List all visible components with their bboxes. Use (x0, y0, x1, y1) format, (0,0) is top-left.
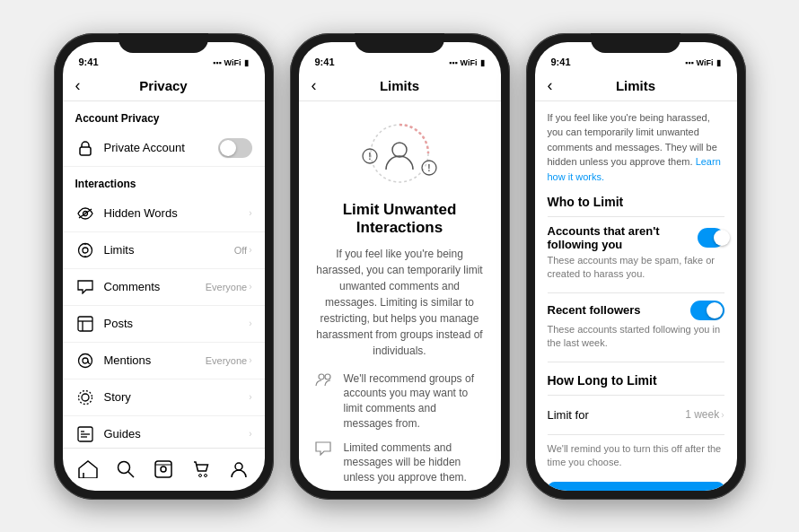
svg-point-36 (325, 374, 330, 379)
back-button-3[interactable]: ‹ (548, 77, 553, 93)
menu-limits[interactable]: Limits Off› (63, 232, 265, 269)
comment-hidden-icon (315, 441, 335, 461)
limit-option-not-following: Accounts that aren't following you These… (548, 224, 724, 282)
phone-3: 9:41 ▪▪▪ WiFi ▮ ‹ Limits If you feel lik… (526, 33, 746, 500)
tab-home[interactable] (72, 453, 104, 485)
tab-search[interactable] (110, 453, 142, 485)
screen-3: If you feel like you're being harassed, … (535, 101, 737, 491)
how-long-title: How Long to Limit (548, 373, 724, 388)
svg-point-26 (198, 475, 201, 477)
menu-story[interactable]: Story › (63, 379, 265, 416)
status-icons-1: ▪▪▪ WiFi ▮ (213, 58, 249, 67)
svg-point-3 (78, 243, 92, 257)
tab-bar-1 (63, 448, 265, 491)
menu-guides[interactable]: Guides › (63, 416, 265, 448)
option-1-title: Accounts that aren't following you (548, 224, 698, 251)
nav-title-2: Limits (380, 78, 419, 93)
notch-1 (119, 33, 208, 53)
limit-unwanted-title: Limit Unwanted Interactions (315, 201, 485, 237)
limits-settings-screen: If you feel like you're being harassed, … (535, 101, 737, 491)
screen-1: Account Privacy Private Account Interact… (63, 101, 265, 448)
not-following-toggle[interactable] (698, 228, 724, 248)
svg-text:!: ! (427, 163, 430, 173)
posts-label: Posts (104, 317, 241, 330)
svg-point-28 (235, 463, 242, 470)
svg-point-13 (78, 390, 92, 404)
limits-intro-text: If you feel like you're being harassed, … (548, 110, 724, 185)
comments-icon (75, 277, 95, 297)
private-account-label: Private Account (104, 141, 209, 154)
divider-4 (548, 395, 724, 396)
status-icons-3: ▪▪▪ WiFi ▮ (685, 58, 721, 67)
hidden-words-icon (75, 204, 95, 223)
nav-header-1: ‹ Privacy (63, 71, 265, 101)
comments-label: Comments (104, 280, 197, 293)
nav-title-1: Privacy (139, 78, 187, 93)
turn-on-button[interactable]: Turn On (548, 482, 724, 490)
svg-point-21 (119, 462, 130, 474)
option-2-header: Recent followers (548, 301, 724, 320)
back-button-1[interactable]: ‹ (75, 77, 81, 93)
svg-text:!: ! (368, 152, 371, 161)
battery-icon-3: ▮ (716, 58, 721, 67)
svg-point-10 (78, 353, 92, 367)
status-icons-2: ▪▪▪ WiFi ▮ (449, 58, 485, 67)
option-2-desc: These accounts started following you in … (548, 323, 724, 351)
limits-right: Off› (234, 245, 252, 256)
feature-2: Limited comments and messages will be hi… (315, 440, 485, 485)
svg-point-12 (82, 394, 89, 401)
svg-rect-23 (155, 461, 171, 477)
notch-2 (355, 33, 444, 53)
nav-header-3: ‹ Limits (535, 71, 737, 101)
menu-comments[interactable]: Comments Everyone› (63, 269, 265, 306)
notch-3 (591, 33, 680, 53)
remind-text: We'll remind you to turn this off after … (548, 442, 724, 470)
guides-right: › (249, 429, 251, 439)
limit-description: If you feel like you're being harassed, … (315, 246, 485, 359)
phone-2: 9:41 ▪▪▪ WiFi ▮ ‹ Limits (290, 33, 510, 500)
recent-followers-toggle[interactable] (690, 301, 724, 320)
mentions-icon (75, 351, 95, 371)
divider-1 (548, 216, 724, 217)
limit-for-value: 1 week › (685, 408, 724, 421)
guides-icon (75, 424, 95, 444)
private-account-toggle[interactable] (218, 138, 252, 158)
svg-rect-7 (78, 317, 92, 331)
limit-for-row[interactable]: Limit for 1 week › (548, 403, 724, 427)
menu-posts[interactable]: Posts › (63, 306, 265, 343)
back-button-2[interactable]: ‹ (312, 77, 317, 93)
wifi-icon-2: WiFi (461, 58, 478, 67)
svg-point-35 (319, 374, 324, 379)
story-right: › (249, 392, 251, 402)
menu-hidden-words[interactable]: Hidden Words › (63, 196, 265, 232)
nav-title-3: Limits (616, 78, 655, 93)
svg-line-22 (128, 472, 134, 477)
section-account-privacy: Account Privacy (63, 101, 265, 130)
menu-private-account[interactable]: Private Account (63, 130, 265, 167)
svg-point-30 (392, 143, 407, 157)
limit-screen: ! ! Limit Unwanted Interactions If you f… (299, 101, 501, 491)
tab-profile[interactable] (223, 453, 255, 485)
lock-icon (75, 138, 95, 158)
option-2-title: Recent followers (548, 303, 641, 317)
limit-for-chevron: › (721, 410, 724, 420)
section-interactions: Interactions (63, 167, 265, 196)
limit-illustration: ! ! (350, 116, 449, 192)
svg-point-4 (83, 248, 88, 253)
option-1-desc: These accounts may be spam, fake or crea… (548, 254, 724, 282)
mentions-label: Mentions (104, 353, 197, 367)
hidden-words-label: Hidden Words (104, 206, 241, 220)
posts-right: › (249, 318, 251, 328)
signal-icon-3: ▪▪▪ (685, 58, 694, 67)
tab-reels[interactable] (147, 453, 180, 485)
story-label: Story (104, 390, 241, 404)
divider-2 (548, 292, 724, 293)
wifi-icon: WiFi (224, 58, 241, 67)
menu-mentions[interactable]: Mentions Everyone› (63, 343, 265, 379)
tab-shop[interactable] (185, 453, 217, 485)
nav-header-2: ‹ Limits (299, 71, 501, 101)
signal-icon: ▪▪▪ (213, 58, 222, 67)
time-1: 9:41 (79, 57, 99, 67)
feature-1-text: We'll recommend groups of accounts you m… (344, 371, 485, 432)
who-to-limit-title: Who to Limit (548, 195, 724, 209)
